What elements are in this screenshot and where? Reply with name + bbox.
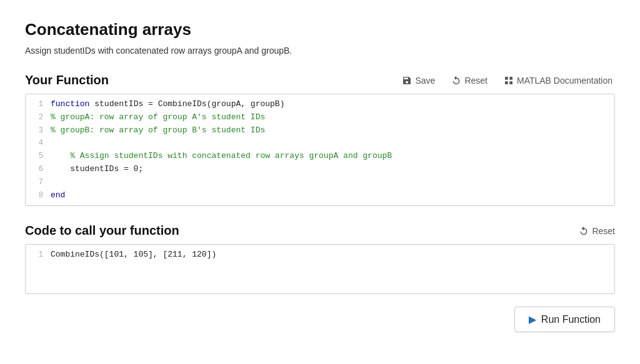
run-function-button[interactable]: ▶ Run Function — [514, 307, 615, 332]
page-subtitle: Assign studentIDs with concatenated row … — [25, 46, 615, 56]
code-line: 1 function studentIDs = CombineIDs(group… — [26, 98, 614, 111]
your-function-title: Your Function — [25, 73, 109, 87]
function-editor[interactable]: 1 function studentIDs = CombineIDs(group… — [25, 94, 615, 206]
line-number: 4 — [31, 137, 43, 149]
matlab-docs-label: MATLAB Documentation — [517, 76, 612, 86]
call-code-line: 1 CombineIDs([101, 105], [211, 120]) — [26, 248, 614, 262]
call-reset-button[interactable]: Reset — [579, 226, 615, 236]
save-label: Save — [415, 76, 435, 86]
code-content: % groupA: row array of group A's student… — [51, 111, 609, 124]
run-function-label: Run Function — [541, 314, 601, 325]
save-button[interactable]: Save — [399, 74, 438, 87]
code-content: end — [51, 189, 609, 202]
reset-icon — [451, 76, 461, 86]
code-line: 4 — [26, 137, 614, 150]
code-line: 7 — [26, 176, 614, 189]
line-number: 8 — [31, 189, 43, 202]
code-content: % groupB: row array of group B's student… — [51, 124, 609, 137]
line-number: 5 — [31, 150, 43, 162]
code-content: function studentIDs = CombineIDs(groupA,… — [51, 98, 609, 111]
code-line: 3 % groupB: row array of group B's stude… — [26, 124, 614, 137]
call-code-content: CombineIDs([101, 105], [211, 120]) — [51, 248, 609, 262]
reset-label: Reset — [464, 76, 488, 86]
line-number: 6 — [31, 163, 43, 175]
code-line: 2 % groupA: row array of group A's stude… — [26, 111, 614, 124]
code-line: 6 studentIDs = 0; — [26, 163, 614, 176]
matlab-docs-icon — [504, 76, 514, 86]
play-icon: ▶ — [529, 313, 536, 325]
page-title: Concatenating arrays — [25, 20, 615, 39]
call-editor[interactable]: 1 CombineIDs([101, 105], [211, 120]) — [25, 244, 615, 294]
line-number: 7 — [31, 176, 43, 189]
call-reset-label: Reset — [592, 226, 615, 236]
matlab-docs-button[interactable]: MATLAB Documentation — [501, 74, 615, 87]
save-icon — [402, 76, 412, 86]
call-reset-icon — [579, 226, 589, 236]
code-content — [51, 176, 609, 189]
code-content — [51, 137, 609, 150]
code-line: 8 end — [26, 189, 614, 202]
code-content: studentIDs = 0; — [51, 163, 609, 176]
code-line: 5 % Assign studentIDs with concatenated … — [26, 150, 614, 163]
line-number: 2 — [31, 111, 43, 124]
call-line-number: 1 — [31, 248, 43, 261]
call-function-title: Code to call your function — [25, 224, 179, 238]
line-number: 1 — [31, 98, 43, 111]
your-function-toolbar: Save Reset MATLAB Documentation — [399, 74, 615, 87]
line-number: 3 — [31, 124, 43, 137]
run-function-area: ▶ Run Function — [25, 307, 615, 332]
code-content: % Assign studentIDs with concatenated ro… — [51, 150, 609, 163]
reset-button[interactable]: Reset — [449, 74, 490, 87]
